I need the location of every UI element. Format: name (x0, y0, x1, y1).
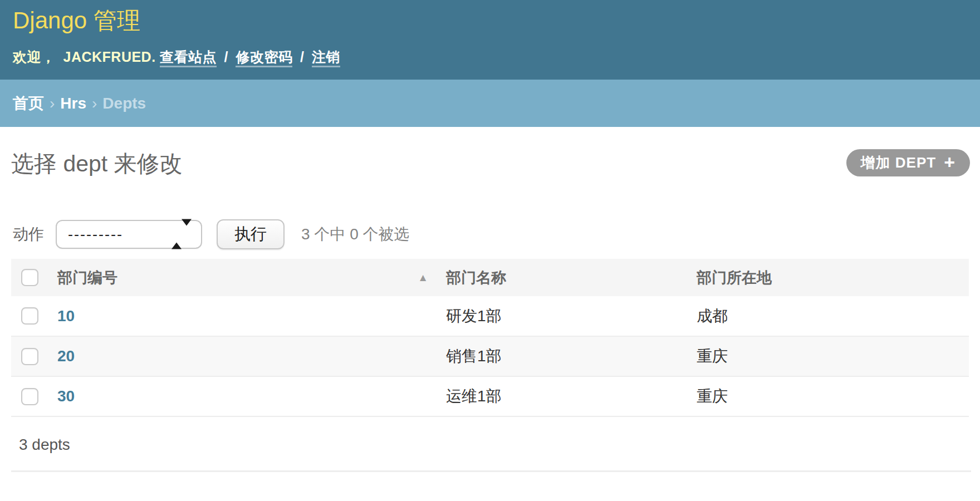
select-arrows-icon (171, 226, 192, 243)
sort-ascending-icon[interactable]: ▲ (418, 272, 428, 284)
dept-location-cell: 重庆 (687, 336, 969, 376)
actions-bar: 动作 --------- 执行 3 个中 0 个被选 (11, 220, 969, 249)
table-header-row: 部门编号 ▲ 部门名称 部门所在地 (11, 259, 969, 296)
column-header-dept-no[interactable]: 部门编号 ▲ (47, 259, 436, 296)
dept-name-cell: 销售1部 (436, 336, 687, 376)
row-checkbox[interactable] (21, 388, 38, 405)
breadcrumb-separator: › (92, 95, 97, 112)
content-area: 选择 dept 来修改 增加 DEPT + 动作 --------- 执行 3 … (0, 127, 980, 472)
select-all-checkbox[interactable] (21, 269, 38, 286)
action-counter: 3 个中 0 个被选 (301, 224, 409, 245)
logout-link[interactable]: 注销 (312, 49, 340, 67)
page-title: 选择 dept 来修改 (11, 127, 969, 175)
row-checkbox-cell (11, 336, 47, 376)
dept-no-cell: 10 (47, 296, 436, 336)
dept-link[interactable]: 10 (57, 307, 75, 325)
breadcrumb-current: Depts (102, 95, 146, 112)
change-password-link[interactable]: 修改密码 (236, 49, 292, 67)
row-checkbox[interactable] (21, 307, 38, 325)
select-all-header-cell (11, 259, 47, 296)
table-row: 20 销售1部 重庆 (11, 336, 969, 376)
actions-label: 动作 (13, 224, 44, 245)
dept-link[interactable]: 30 (57, 387, 75, 405)
column-header-dept-no-label: 部门编号 (57, 269, 117, 286)
object-tools: 增加 DEPT + (846, 149, 970, 176)
dept-link[interactable]: 20 (57, 347, 75, 365)
action-select[interactable]: --------- (56, 220, 202, 249)
add-dept-label: 增加 DEPT (861, 153, 937, 173)
bottom-divider (11, 470, 971, 472)
admin-header: Django 管理 欢迎，JACKFRUED. 查看站点 / 修改密码 / 注销 (0, 0, 980, 80)
column-header-dept-location-label: 部门所在地 (697, 269, 772, 286)
breadcrumb: 首页 › Hrs › Depts (0, 80, 980, 127)
link-separator: / (300, 49, 304, 65)
action-select-value: --------- (68, 226, 123, 243)
breadcrumb-home[interactable]: 首页 (13, 93, 44, 114)
add-dept-button[interactable]: 增加 DEPT + (846, 149, 970, 176)
row-checkbox-cell (11, 376, 47, 416)
table-row: 10 研发1部 成都 (11, 296, 969, 336)
column-header-dept-location[interactable]: 部门所在地 (687, 259, 969, 296)
row-checkbox-cell (11, 296, 47, 336)
dept-location-cell: 重庆 (687, 376, 969, 416)
table-row: 30 运维1部 重庆 (11, 376, 969, 416)
view-site-link[interactable]: 查看站点 (160, 49, 217, 67)
go-button[interactable]: 执行 (217, 219, 285, 249)
dept-no-cell: 20 (47, 336, 436, 376)
dept-name-cell: 研发1部 (436, 296, 687, 336)
link-separator: / (224, 49, 228, 65)
column-header-dept-name-label: 部门名称 (446, 269, 506, 286)
site-title[interactable]: Django 管理 (13, 8, 958, 33)
welcome-text: 欢迎， (13, 49, 56, 65)
plus-icon: + (944, 153, 955, 171)
breadcrumb-app-hrs[interactable]: Hrs (60, 95, 86, 112)
dept-table: 部门编号 ▲ 部门名称 部门所在地 10 研发1部 成都 (11, 259, 969, 417)
result-count: 3 depts (19, 436, 969, 454)
username: JACKFRUED. (63, 49, 156, 65)
dept-no-cell: 30 (47, 376, 436, 416)
breadcrumb-separator: › (50, 95, 55, 112)
user-tools: 欢迎，JACKFRUED. 查看站点 / 修改密码 / 注销 (13, 48, 958, 66)
dept-name-cell: 运维1部 (436, 376, 687, 416)
dept-location-cell: 成都 (687, 296, 969, 336)
column-header-dept-name[interactable]: 部门名称 (436, 259, 687, 296)
row-checkbox[interactable] (21, 348, 38, 365)
